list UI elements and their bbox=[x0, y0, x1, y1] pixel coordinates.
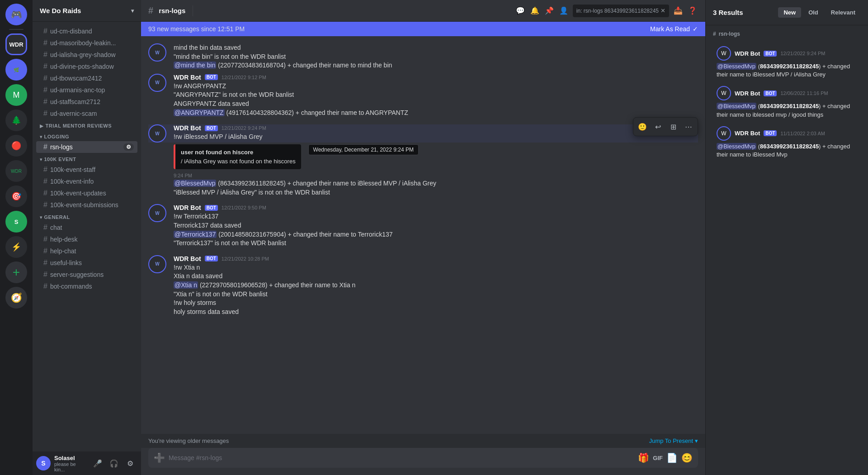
channel-ud-masoribody[interactable]: # ud-masoribody-leakin... bbox=[36, 37, 137, 49]
server-icon-5[interactable]: 🔴 bbox=[5, 135, 27, 157]
filter-old-button[interactable]: Old bbox=[803, 7, 824, 18]
headphone-button[interactable]: 🎧 bbox=[107, 456, 121, 470]
mark-as-read-button[interactable]: Mark As Read ✓ bbox=[650, 25, 698, 33]
server-icon-9[interactable]: ⚡ bbox=[5, 236, 27, 258]
channel-help-desk[interactable]: # help-desk bbox=[36, 233, 137, 245]
category-logging[interactable]: ▾ LOGGING bbox=[33, 132, 141, 141]
message-text: !rw Terrorick137 Terrorick137 data saved… bbox=[174, 212, 698, 247]
search-query-display: in: rsn-logs 863439923611828245 bbox=[576, 8, 659, 14]
jump-to-present-button[interactable]: Jump To Present ▾ bbox=[649, 437, 698, 444]
mention[interactable]: @ANGRYPANTZ bbox=[174, 109, 225, 116]
server-icon-3[interactable]: M bbox=[5, 84, 27, 106]
emoji-button[interactable]: 😊 bbox=[681, 452, 693, 463]
sticker-button[interactable]: 📄 bbox=[666, 452, 678, 463]
mention[interactable]: @Xtia n bbox=[174, 281, 198, 289]
add-member-icon[interactable]: 👤 bbox=[558, 5, 569, 16]
message-author: WDR Bot bbox=[174, 204, 201, 211]
channel-ud-cm-disband[interactable]: # ud-cm-disband bbox=[36, 25, 137, 37]
avatar: W bbox=[148, 255, 166, 273]
search-result-timestamp: 11/11/2022 2:03 AM bbox=[780, 131, 825, 136]
inbox-icon[interactable]: 📥 bbox=[673, 5, 684, 16]
channel-100k-updates[interactable]: # 100k-event-updates bbox=[36, 187, 137, 199]
search-close-icon[interactable]: ✕ bbox=[660, 7, 665, 14]
channel-chat[interactable]: # chat bbox=[36, 222, 137, 233]
avatar: W bbox=[148, 74, 166, 92]
server-header[interactable]: We Do Raids ▾ bbox=[33, 0, 141, 22]
channel-ud-avernic[interactable]: # ud-avernic-scam bbox=[36, 108, 137, 119]
search-result-item[interactable]: W WDR Bot BOT 12/06/2022 11:16 PM @Bless… bbox=[709, 82, 864, 122]
channel-bot-commands[interactable]: # bot-commands bbox=[36, 280, 137, 292]
username: Solasel bbox=[54, 455, 87, 461]
channel-useful-links[interactable]: # useful-links bbox=[36, 257, 137, 269]
hash-icon: # bbox=[43, 74, 47, 82]
more-button[interactable]: ⋯ bbox=[681, 119, 696, 134]
search-result-header: W WDR Bot BOT 12/21/2022 9:24 PM bbox=[717, 46, 857, 61]
microphone-button[interactable]: 🎤 bbox=[90, 456, 105, 470]
hash-icon: # bbox=[43, 189, 47, 197]
input-right-buttons: 🎁 GIF 📄 😊 bbox=[638, 452, 693, 463]
channel-100k-submissions[interactable]: # 100k-event-submissions bbox=[36, 199, 137, 211]
user-avatar: S bbox=[36, 456, 51, 470]
older-messages-text: You're viewing older messages bbox=[148, 437, 229, 444]
thread-icon[interactable]: 💬 bbox=[515, 5, 526, 16]
gif-button[interactable]: GIF bbox=[653, 455, 663, 461]
channel-ud-tbow[interactable]: # ud-tbowscam2412 bbox=[36, 72, 137, 84]
hash-icon: # bbox=[43, 282, 47, 290]
react-button[interactable]: 🙂 bbox=[635, 119, 650, 134]
settings-button[interactable]: ⚙ bbox=[123, 456, 137, 470]
hash-icon: # bbox=[43, 51, 47, 59]
add-attachment-button[interactable]: ➕ bbox=[154, 452, 165, 463]
message-group-highlighted: W WDR Bot BOT 12/21/2022 9:24 PM !rw iBl… bbox=[148, 124, 698, 142]
channel-ud-armanis[interactable]: # ud-armanis-anc-top bbox=[36, 84, 137, 96]
category-100k[interactable]: ▾ 100K EVENT bbox=[33, 155, 141, 164]
message-timestamp: 9:24 PM bbox=[174, 173, 192, 178]
mention[interactable]: @BlessedMvp bbox=[174, 180, 216, 187]
filter-new-button[interactable]: New bbox=[778, 7, 801, 18]
message-input[interactable] bbox=[169, 454, 634, 461]
hash-icon: # bbox=[43, 223, 47, 232]
forward-button[interactable]: ⊞ bbox=[666, 119, 680, 134]
gift-button[interactable]: 🎁 bbox=[638, 452, 649, 463]
mention[interactable]: @Terrorick137 bbox=[174, 231, 217, 238]
channel-badge: ⚙ bbox=[123, 143, 134, 151]
channel-help-chat[interactable]: # help-chat bbox=[36, 245, 137, 257]
explore-servers-button[interactable]: 🧭 bbox=[5, 287, 27, 309]
add-server-button[interactable]: + bbox=[5, 261, 27, 283]
search-filter-buttons: New Old Relevant bbox=[778, 7, 861, 18]
error-tooltip: user not found on hiscore / iAlisha Grey… bbox=[174, 144, 301, 169]
server-icon-8[interactable]: S bbox=[5, 211, 27, 233]
pin-icon[interactable]: 📌 bbox=[544, 5, 555, 16]
search-result-item[interactable]: W WDR Bot BOT 12/21/2022 9:24 PM @Blesse… bbox=[709, 43, 864, 82]
channel-ud-divine[interactable]: # ud-divine-pots-shadow bbox=[36, 61, 137, 72]
message-input-area: ➕ 🎁 GIF 📄 😊 bbox=[141, 448, 705, 475]
message-header: WDR Bot BOT 12/21/2022 9:24 PM bbox=[174, 124, 698, 132]
server-icon-2[interactable]: 🌿 bbox=[5, 59, 27, 81]
channel-100k-info[interactable]: # 100k-event-info bbox=[36, 176, 137, 187]
channel-ud-ialisha[interactable]: # ud-ialisha-grey-shadow bbox=[36, 49, 137, 61]
help-icon[interactable]: ❓ bbox=[687, 5, 698, 16]
category-trial-mentor[interactable]: ▶ TRIAL MENTOR REVIEWS bbox=[33, 121, 141, 130]
server-icon-4[interactable]: 🌲 bbox=[5, 109, 27, 131]
server-icon-wdr[interactable]: WDR bbox=[5, 33, 27, 55]
category-general[interactable]: ▾ GENERAL bbox=[33, 213, 141, 222]
server-icon-6[interactable]: WDR bbox=[5, 160, 27, 182]
mention[interactable]: @mind the bin bbox=[174, 62, 216, 69]
notification-settings-icon[interactable]: 🔔 bbox=[529, 5, 540, 16]
message-header: WDR Bot BOT 12/21/2022 9:12 PM bbox=[174, 74, 698, 81]
search-bar[interactable]: in: rsn-logs 863439923611828245 ✕ bbox=[573, 5, 669, 17]
channel-server-suggestions[interactable]: # server-suggestions bbox=[36, 269, 137, 280]
channel-ud-staff[interactable]: # ud-staffscam2712 bbox=[36, 96, 137, 108]
main-area: # rsn-logs 💬 🔔 📌 👤 in: rsn-logs 86343992… bbox=[141, 0, 705, 475]
search-result-text: @BlessedMvp (863439923611828245) + chang… bbox=[717, 102, 857, 119]
reply-button[interactable]: ↩ bbox=[651, 119, 665, 134]
server-icon-7[interactable]: 🎯 bbox=[5, 185, 27, 207]
avatar: W bbox=[148, 43, 166, 62]
messages-area[interactable]: W mind the bin data saved "mind the bin"… bbox=[141, 36, 705, 434]
filter-relevant-button[interactable]: Relevant bbox=[826, 7, 861, 18]
search-result-item[interactable]: W WDR Bot BOT 11/11/2022 2:03 AM @Blesse… bbox=[709, 123, 864, 162]
message-text: mind the bin data saved "mind the bin" i… bbox=[174, 43, 698, 70]
bot-badge: BOT bbox=[764, 90, 777, 96]
channel-100k-staff[interactable]: # 100k-event-staff bbox=[36, 164, 137, 176]
discord-home-button[interactable]: 🎮 bbox=[5, 4, 27, 25]
channel-rsn-logs[interactable]: # rsn-logs ⚙ bbox=[36, 141, 137, 153]
